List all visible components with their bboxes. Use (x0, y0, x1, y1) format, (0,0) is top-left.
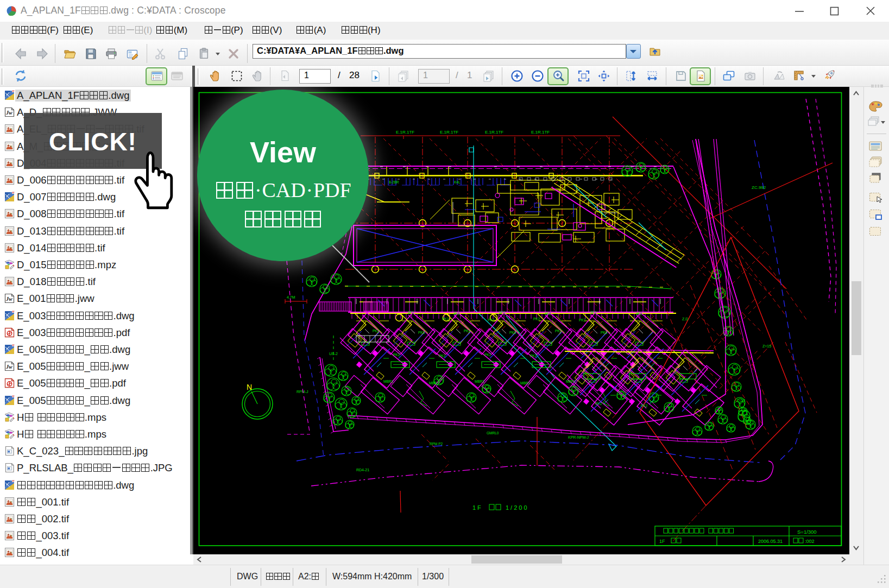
svg-text:Z.D: Z.D (682, 317, 688, 321)
svg-text:PK2: PK2 (533, 317, 540, 321)
svg-text:Z=15: Z=15 (762, 344, 771, 348)
svg-text:8F2: 8F2 (499, 311, 506, 314)
svg-text::002: :002 (805, 539, 815, 544)
svg-text:E.1R.1TF: E.1R.1TF (531, 130, 550, 135)
svg-text:PK2: PK2 (579, 318, 586, 322)
svg-text:8F2: 8F2 (453, 312, 460, 315)
svg-text:8F2: 8F2 (408, 311, 414, 314)
svg-text:MBR1: MBR1 (566, 380, 576, 383)
svg-text:US-2: US-2 (329, 352, 338, 356)
svg-text:1/200: 1/200 (506, 504, 529, 511)
svg-text:MBR1: MBR1 (383, 380, 393, 383)
svg-text:1F: 1F (659, 539, 665, 544)
svg-text:8F2: 8F2 (590, 311, 597, 314)
svg-text:PK2: PK2 (464, 329, 471, 333)
svg-text:PK2: PK2 (641, 404, 648, 408)
svg-text:PK2: PK2 (488, 318, 495, 322)
svg-text:8-2BR: 8-2BR (389, 180, 399, 184)
svg-text:E.1R.1TF: E.1R.1TF (396, 130, 414, 135)
svg-text:Jw: Jw (5, 110, 12, 116)
svg-text:PK2: PK2 (442, 317, 449, 321)
svg-text:PK2: PK2 (595, 402, 602, 406)
svg-text:PK2: PK2 (601, 331, 608, 334)
svg-text:RPM-J: RPM-J (297, 390, 308, 394)
svg-text:E.1R.1TF: E.1R.1TF (485, 130, 503, 135)
svg-text:PK2: PK2 (373, 329, 380, 333)
svg-text:PK2: PK2 (484, 353, 491, 357)
svg-text:RD4-21: RD4-21 (356, 468, 369, 472)
svg-text:PK2: PK2 (418, 331, 425, 334)
svg-text:8F2: 8F2 (636, 312, 642, 315)
svg-text:Z=18: Z=18 (736, 399, 745, 402)
svg-text:PK2: PK2 (509, 331, 516, 334)
svg-text:MBR1: MBR1 (475, 380, 484, 383)
svg-text:RPM P2: RPM P2 (430, 442, 443, 446)
svg-text:4.7M: 4.7M (287, 295, 295, 299)
svg-text:E.1R.1TF: E.1R.1TF (440, 130, 458, 135)
svg-text:PK2: PK2 (555, 329, 562, 333)
svg-text:Jw: Jw (5, 296, 12, 302)
svg-text:8F2: 8F2 (545, 312, 551, 315)
svg-text:ZC.992: ZC.992 (752, 185, 766, 190)
svg-text:MBR1: MBR1 (520, 381, 530, 385)
svg-text:MBR1: MBR1 (429, 381, 439, 385)
svg-text:1F: 1F (472, 504, 483, 511)
svg-text:PK2: PK2 (393, 353, 400, 357)
svg-text:Jw: Jw (5, 364, 12, 370)
svg-text:K4L: K4L (454, 180, 461, 184)
svg-text:KPR-NPM-J: KPR-NPM-J (568, 435, 589, 439)
svg-text:GMRL0: GMRL0 (487, 431, 499, 435)
svg-text:S=1/300: S=1/300 (797, 529, 817, 535)
svg-text:2006.05.31: 2006.05.31 (758, 539, 783, 544)
svg-text:N: N (247, 383, 252, 391)
svg-text:PK2: PK2 (439, 354, 446, 358)
svg-text:PK2: PK2 (530, 354, 537, 358)
